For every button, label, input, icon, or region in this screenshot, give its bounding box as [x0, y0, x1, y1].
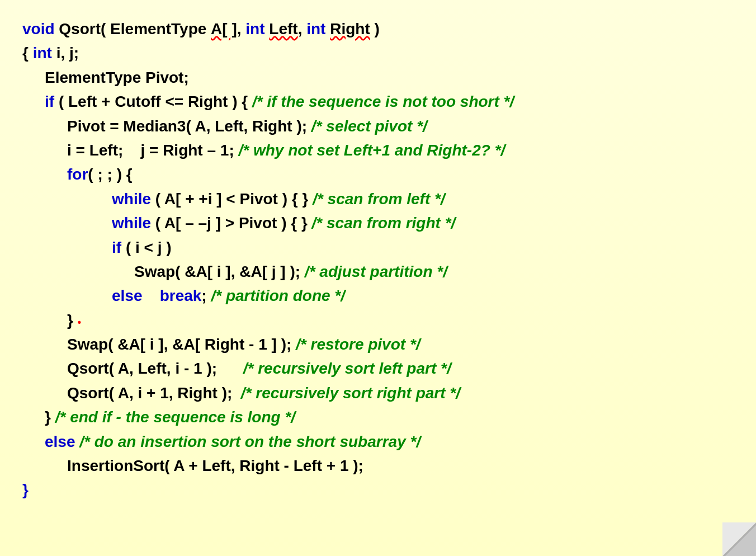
comment-sort-left: /* recursively sort left part */	[243, 356, 451, 380]
keyword-for: for	[67, 162, 88, 186]
code-line-9: while ( A[ – –j ] > Pivot ) { } /* scan …	[112, 211, 734, 235]
brace-if-close: }	[45, 405, 55, 429]
param-right: Right	[330, 17, 370, 41]
code-line-6: i = Left; j = Right – 1; /* why not set …	[67, 138, 734, 162]
ij-assign: i = Left; j = Right – 1;	[67, 138, 238, 162]
keyword-int1: int	[245, 17, 269, 41]
while1-condition: ( A[ + +i ] < Pivot ) { }	[155, 187, 313, 211]
if-condition: ( Left + Cutoff <= Right ) {	[59, 89, 252, 114]
comment-sort-right: /* recursively sort right part */	[241, 381, 460, 405]
comment-scan-left: /* scan from left */	[313, 187, 445, 211]
brace-for-close: }	[67, 308, 78, 332]
swap1-call: Swap( &A[ i ], &A[ j ] );	[134, 260, 305, 284]
qsort2-call: Qsort( A, i + 1, Right );	[67, 381, 241, 405]
keyword-else2: else	[45, 430, 79, 454]
code-line-14: Swap( &A[ i ], &A[ Right - 1 ] ); /* res…	[67, 332, 734, 356]
if2-condition: ( i < j )	[126, 235, 172, 260]
for-condition: ( ; ; ) {	[88, 162, 132, 186]
param-left: Left	[269, 17, 297, 41]
break-semi: ;	[201, 284, 211, 308]
code-line-13: } •	[67, 308, 734, 332]
func-name: Qsort( ElementType	[59, 17, 211, 41]
keyword-while2: while	[112, 211, 155, 235]
keyword-else1: else	[112, 284, 160, 308]
code-line-17: } /* end if - the sequence is long */	[45, 405, 734, 429]
code-line-5: Pivot = Median3( A, Left, Right ); /* se…	[67, 114, 734, 138]
comment-do-insertion: /* do an insertion sort on the short sub…	[79, 430, 420, 454]
code-block: void Qsort( ElementType A[ ], int Left, …	[0, 0, 756, 519]
code-line-1: void Qsort( ElementType A[ ], int Left, …	[22, 17, 734, 41]
fold-triangle	[725, 525, 756, 556]
code-line-7: for( ; ; ) {	[67, 162, 734, 186]
keyword-break: break	[160, 284, 202, 308]
code-line-4: if ( Left + Cutoff <= Right ) { /* if th…	[45, 89, 734, 114]
comment-restore-pivot: /* restore pivot */	[296, 332, 420, 356]
code-line-10: if ( i < j )	[112, 235, 734, 260]
swap2-call: Swap( &A[ i ], &A[ Right - 1 ] );	[67, 332, 296, 356]
paren-close1: )	[370, 17, 380, 41]
param-a: A[ ]	[211, 17, 237, 41]
comma2: ,	[298, 17, 307, 41]
comment-partition-done: /* partition done */	[211, 284, 345, 308]
code-line-3: ElementType Pivot;	[45, 65, 734, 89]
brace-open: {	[22, 41, 33, 65]
comma1: ,	[237, 17, 246, 41]
code-line-20: }	[22, 478, 734, 502]
elementtype-pivot: ElementType Pivot;	[45, 65, 189, 89]
keyword-if2: if	[112, 235, 126, 260]
pivot-assign: Pivot = Median3( A, Left, Right );	[67, 114, 311, 138]
keyword-while1: while	[112, 187, 155, 211]
dot-annotation: •	[78, 315, 81, 331]
code-line-16: Qsort( A, i + 1, Right ); /* recursively…	[67, 381, 734, 405]
while2-condition: ( A[ – –j ] > Pivot ) { }	[155, 211, 312, 235]
brace-main-close: }	[22, 478, 29, 502]
code-line-11: Swap( &A[ i ], &A[ j ] ); /* adjust part…	[134, 260, 734, 284]
code-line-18: else /* do an insertion sort on the shor…	[45, 430, 734, 454]
comment-end-if: /* end if - the sequence is long */	[55, 405, 295, 429]
code-line-15: Qsort( A, Left, i - 1 ); /* recursively …	[67, 356, 734, 380]
keyword-if1: if	[45, 89, 59, 114]
comment-select-pivot: /* select pivot */	[311, 114, 427, 138]
code-line-19: InsertionSort( A + Left, Right - Left + …	[67, 454, 734, 478]
comment-not-too-short: /* if the sequence is not too short */	[252, 89, 514, 114]
insertionsort-call: InsertionSort( A + Left, Right - Left + …	[67, 454, 363, 478]
comment-scan-right: /* scan from right */	[312, 211, 456, 235]
comment-adjust-partition: /* adjust partition */	[305, 260, 447, 284]
code-line-12: else break; /* partition done */	[112, 284, 734, 308]
page-fold-decoration	[722, 522, 756, 556]
code-line-8: while ( A[ + +i ] < Pivot ) { } /* scan …	[112, 187, 734, 211]
keyword-int3: int	[33, 41, 56, 65]
keyword-int2: int	[306, 17, 330, 41]
code-line-2: { int i, j;	[22, 41, 734, 65]
keyword-void: void	[22, 17, 59, 41]
qsort1-call: Qsort( A, Left, i - 1 );	[67, 356, 243, 380]
vars-ij: i, j;	[56, 41, 79, 65]
comment-why-not: /* why not set Left+1 and Right-2? */	[238, 138, 505, 162]
